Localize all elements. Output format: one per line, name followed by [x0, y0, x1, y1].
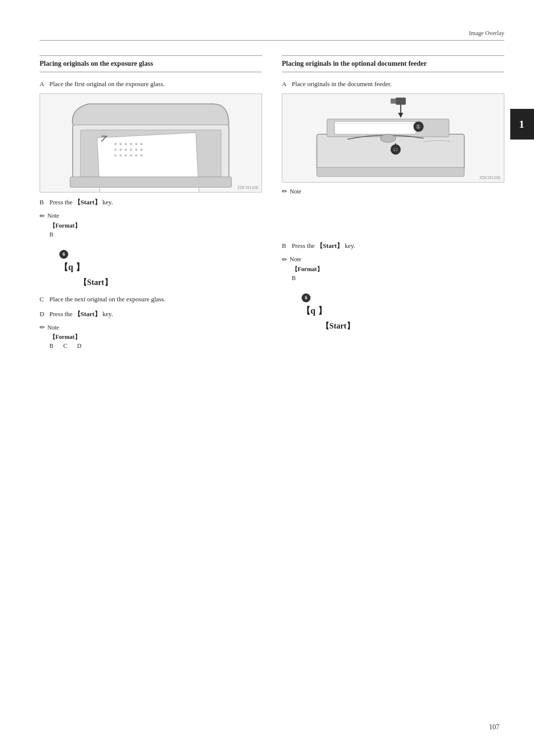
left-step-a: A Place the first original on the exposu… — [40, 79, 262, 89]
svg-rect-35 — [317, 167, 464, 177]
feeder-diagram: ① ② ZDCH120E — [282, 94, 504, 183]
col-right: Placing originals in the optional docume… — [282, 55, 504, 354]
left-step-a-letter: A — [40, 79, 46, 89]
left-note1: ✏ Note 【Format】 B — [40, 212, 262, 239]
left-note1-b: B — [49, 230, 262, 239]
right-note2: ✏ Note 【Format】 B — [282, 256, 504, 283]
svg-rect-25 — [336, 123, 414, 124]
left-note1-label: ✏ Note — [40, 212, 262, 220]
svg-rect-14 — [130, 154, 132, 156]
right-note1-label: ✏ Note — [282, 188, 504, 195]
right-circle-badge: 6 — [302, 293, 311, 302]
right-note2-b: B — [292, 274, 504, 283]
left-step-b-text: Press the 【Start】 key. — [49, 197, 262, 207]
left-note2-d: D — [77, 341, 82, 350]
left-step-c-text: Place the next original on the exposure … — [49, 294, 262, 304]
right-note2-format-text: 【Format】 — [292, 266, 323, 273]
right-step-a: A Place originals in the document feeder… — [282, 79, 504, 89]
left-note1-format: 【Format】 — [49, 222, 81, 229]
right-note2-label: ✏ Note — [282, 256, 504, 264]
left-step-b-letter: B — [40, 197, 46, 207]
svg-rect-28 — [391, 98, 396, 103]
scanner-svg — [40, 94, 262, 192]
left-bracket-q: 【q 】 — [59, 262, 85, 272]
svg-text:①: ① — [416, 124, 421, 130]
left-note2-format: 【Format】 — [49, 333, 81, 340]
right-step-a-letter: A — [282, 79, 289, 89]
right-note2-pencil-icon: ✏ — [282, 256, 287, 264]
page-header: Image Overlay — [40, 30, 504, 41]
header-title: Image Overlay — [469, 30, 504, 37]
svg-rect-18 — [140, 149, 142, 151]
left-note2-label-text: Note — [47, 324, 59, 331]
left-step-c-letter: C — [40, 294, 46, 304]
left-step-a-text: Place the first original on the exposure… — [49, 79, 262, 89]
svg-rect-21 — [70, 177, 231, 188]
col-left: Placing originals on the exposure glass … — [40, 55, 262, 354]
svg-rect-20 — [140, 154, 142, 156]
left-step-b-key: 【Start】 — [74, 198, 101, 206]
svg-rect-9 — [125, 149, 127, 151]
right-step-b-letter: B — [282, 241, 289, 251]
svg-rect-15 — [135, 143, 137, 145]
right-note1-text — [292, 196, 504, 226]
right-step-b-text: Press the 【Start】 key. — [292, 241, 504, 251]
svg-rect-8 — [120, 149, 122, 151]
page-wrapper: Image Overlay 1 Placing originals on the… — [0, 0, 534, 756]
left-circle-badge: 6 — [59, 250, 68, 259]
left-step-b: B Press the 【Start】 key. — [40, 197, 262, 207]
left-jp-block1: 6 【q 】 【Start】 — [59, 249, 262, 290]
left-note2-label: ✏ Note — [40, 324, 262, 331]
left-note2-c: C — [63, 341, 67, 350]
left-note2: ✏ Note 【Format】 B C D — [40, 324, 262, 350]
svg-rect-3 — [114, 143, 116, 145]
svg-rect-10 — [130, 149, 132, 151]
svg-rect-4 — [120, 143, 122, 145]
right-note1: ✏ Note — [282, 188, 504, 226]
page-number: 107 — [489, 723, 499, 731]
svg-rect-16 — [140, 143, 142, 145]
left-note2-text: 【Format】 — [49, 332, 262, 341]
svg-rect-5 — [125, 143, 127, 145]
left-step-d-text: Press the 【Start】 key. — [49, 309, 262, 319]
left-note1-label-text: Note — [47, 212, 59, 220]
svg-rect-7 — [114, 149, 116, 151]
right-step-b-key: 【Start】 — [316, 242, 343, 249]
feeder-diagram-label: ZDCH120E — [480, 175, 501, 180]
left-step-d: D Press the 【Start】 key. — [40, 309, 262, 319]
content-columns: Placing originals on the exposure glass … — [40, 55, 504, 354]
right-start-key: 【Start】 — [321, 322, 355, 330]
svg-point-33 — [380, 134, 396, 142]
left-step-d-key: 【Start】 — [74, 310, 101, 318]
right-note2-format: 【Format】 — [292, 265, 504, 274]
left-note2-b: B — [49, 341, 53, 350]
scanner-diagram: ZDCH110E — [40, 94, 262, 192]
scanner-diagram-label: ZDCH110E — [237, 185, 259, 190]
left-note1-text: 【Format】 — [49, 221, 262, 230]
note-pencil-icon: ✏ — [40, 212, 45, 220]
svg-marker-26 — [398, 113, 403, 118]
right-section-heading: Placing originals in the optional docume… — [282, 55, 504, 72]
right-note1-label-text: Note — [290, 188, 301, 195]
left-step-d-letter: D — [40, 309, 46, 319]
svg-rect-11 — [114, 154, 116, 156]
right-note1-pencil-icon: ✏ — [282, 188, 287, 195]
side-tab: 1 — [510, 109, 534, 140]
left-start-key: 【Start】 — [79, 278, 112, 286]
svg-rect-13 — [125, 154, 127, 156]
right-step-b: B Press the 【Start】 key. — [282, 241, 504, 251]
svg-rect-27 — [396, 97, 406, 104]
left-section-heading: Placing originals on the exposure glass — [40, 55, 262, 72]
right-note2-label-text: Note — [290, 256, 301, 263]
left-step-c: C Place the next original on the exposur… — [40, 294, 262, 304]
svg-rect-6 — [130, 143, 132, 145]
svg-rect-17 — [135, 149, 137, 151]
right-jp-block1: 6 【q 】 【Start】 — [302, 292, 504, 333]
left-note2-bcd: B C D — [49, 341, 262, 350]
svg-rect-12 — [120, 154, 122, 156]
note2-pencil-icon: ✏ — [40, 324, 45, 331]
right-step-a-text: Place originals in the document feeder. — [292, 79, 504, 89]
right-bracket-q: 【q 】 — [302, 306, 327, 316]
feeder-svg: ① ② — [282, 94, 504, 183]
svg-rect-19 — [135, 154, 137, 156]
